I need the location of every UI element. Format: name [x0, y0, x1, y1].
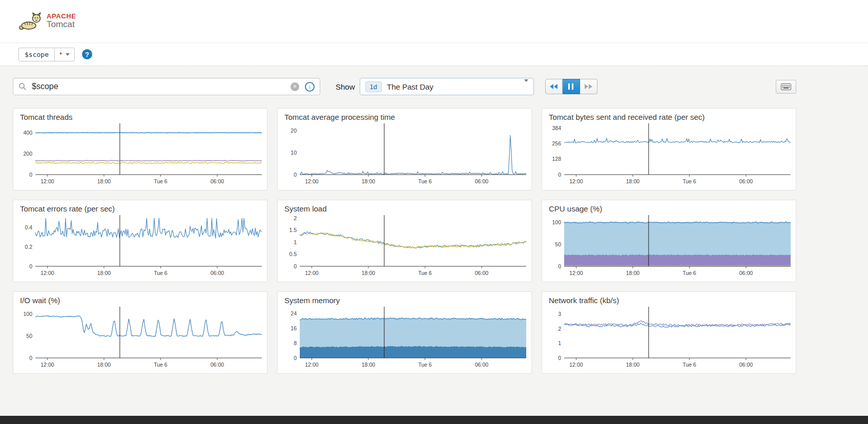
- chart-plot[interactable]: 05010012:0018:00Tue 606:00: [20, 305, 265, 372]
- rewind-icon: [554, 84, 557, 89]
- y-tick-label: 256: [552, 140, 561, 146]
- brand-text: APACHE Tomcat: [47, 13, 76, 30]
- show-label: Show: [336, 82, 355, 91]
- pause-icon: [572, 83, 573, 90]
- y-tick-label: 400: [23, 130, 32, 136]
- y-tick-label: 200: [23, 151, 32, 157]
- x-tick-label: 06:00: [211, 362, 224, 368]
- scope-variable-select[interactable]: $scope *: [18, 48, 75, 61]
- rewind-button[interactable]: [545, 79, 563, 94]
- x-tick-label: 18:00: [362, 270, 375, 276]
- chart-title: Tomcat bytes sent and received rate (per…: [549, 113, 796, 121]
- chart-plot[interactable]: 012312:0018:00Tue 606:00: [549, 305, 794, 372]
- scope-variable-name: $scope: [19, 48, 54, 61]
- chart-plot[interactable]: 00.511.5212:0018:00Tue 606:00: [284, 213, 529, 281]
- y-tick-label: 0: [558, 172, 561, 178]
- y-tick-label: 128: [552, 156, 561, 162]
- x-tick-label: 06:00: [211, 178, 224, 184]
- search-box[interactable]: × ↓: [13, 78, 320, 95]
- y-tick-label: 1: [558, 340, 561, 346]
- scope-bar: $scope * ?: [0, 43, 868, 66]
- save-graph-icon[interactable]: ↓: [305, 82, 315, 92]
- tomcat-cat-icon: [18, 12, 42, 31]
- chart-plot[interactable]: 020040012:0018:00Tue 606:00: [20, 121, 265, 189]
- charts-grid: Tomcat threads020040012:0018:00Tue 606:0…: [13, 108, 868, 374]
- y-tick-label: 1: [294, 239, 297, 245]
- chart-title: Tomcat average processing time: [284, 113, 531, 121]
- time-range-dropdown[interactable]: 1d The Past Day: [360, 78, 534, 95]
- pause-button[interactable]: [563, 79, 580, 94]
- search-input[interactable]: [31, 81, 291, 92]
- tomcat-logo[interactable]: APACHE Tomcat: [18, 12, 76, 31]
- x-tick-label: Tue 6: [154, 178, 168, 184]
- chart-title: Tomcat threads: [20, 113, 267, 121]
- x-tick-label: Tue 6: [418, 362, 432, 368]
- chart-title: CPU usage (%): [549, 204, 796, 213]
- y-tick-label: 0: [29, 263, 32, 269]
- chart-title: Network traffic (kb/s): [549, 296, 796, 305]
- x-tick-label: 18:00: [626, 362, 639, 368]
- x-tick-label: 18:00: [97, 178, 111, 184]
- y-tick-label: 0: [29, 172, 32, 178]
- x-tick-label: 18:00: [626, 178, 639, 184]
- chart-plot[interactable]: 00.20.412:0018:00Tue 606:00: [20, 213, 265, 281]
- y-tick-label: 0: [558, 263, 561, 269]
- x-tick-label: 12:00: [305, 178, 318, 184]
- search-icon: [18, 82, 27, 91]
- x-tick-label: 12:00: [40, 270, 54, 276]
- x-tick-label: 06:00: [475, 362, 488, 368]
- y-tick-label: 8: [294, 340, 297, 346]
- help-icon[interactable]: ?: [82, 49, 92, 59]
- y-tick-label: 24: [291, 310, 297, 316]
- scope-value-dropdown[interactable]: *: [54, 48, 74, 61]
- x-tick-label: Tue 6: [418, 270, 432, 276]
- chart-plot[interactable]: 08162412:0018:00Tue 606:00: [284, 305, 529, 372]
- y-tick-label: 100: [552, 219, 561, 225]
- chart-card: Tomcat errors rate (per sec)00.20.412:00…: [13, 200, 267, 282]
- x-tick-label: 06:00: [739, 178, 753, 184]
- chart-title: System load: [284, 204, 531, 213]
- chart-plot[interactable]: 05010012:0018:00Tue 606:00: [549, 213, 794, 281]
- keyboard-shortcuts-button[interactable]: [776, 80, 796, 94]
- y-tick-label: 50: [26, 333, 32, 339]
- y-tick-label: 20: [291, 128, 297, 134]
- chart-plot[interactable]: 0102012:0018:00Tue 606:00: [284, 121, 529, 189]
- chart-plot[interactable]: 012825638412:0018:00Tue 606:00: [549, 121, 794, 189]
- x-tick-label: 06:00: [739, 362, 753, 368]
- chart-card: System memory08162412:0018:00Tue 606:00: [277, 291, 532, 374]
- y-tick-label: 2: [294, 215, 297, 221]
- y-tick-label: 16: [291, 325, 297, 331]
- x-tick-label: Tue 6: [683, 270, 696, 276]
- pause-icon: [568, 83, 570, 90]
- range-label: The Past Day: [387, 82, 433, 91]
- top-header: APACHE Tomcat: [0, 0, 868, 43]
- forward-icon: [585, 84, 588, 89]
- x-tick-label: 06:00: [475, 178, 488, 184]
- chart-card: Tomcat bytes sent and received rate (per…: [542, 108, 796, 190]
- forward-button[interactable]: [580, 79, 597, 94]
- clear-search-icon[interactable]: ×: [291, 82, 299, 91]
- y-tick-label: 0: [294, 172, 297, 178]
- x-tick-label: 12:00: [569, 362, 583, 368]
- controls-bar: × ↓ Show 1d The Past Day: [13, 77, 796, 96]
- keyboard-icon: [781, 83, 791, 90]
- x-tick-label: 12:00: [305, 362, 318, 368]
- x-tick-label: 18:00: [97, 270, 111, 276]
- range-badge: 1d: [365, 81, 382, 92]
- chart-card: I/O wait (%)05010012:0018:00Tue 606:00: [13, 291, 267, 374]
- playback-controls: [545, 79, 597, 94]
- chevron-down-icon: [66, 53, 70, 56]
- scope-value: *: [59, 51, 62, 58]
- x-tick-label: 18:00: [97, 362, 111, 368]
- x-tick-label: Tue 6: [418, 178, 432, 184]
- x-tick-label: 06:00: [739, 270, 753, 276]
- rewind-icon: [550, 84, 553, 89]
- y-tick-label: 10: [291, 150, 297, 156]
- x-tick-label: Tue 6: [154, 270, 168, 276]
- chart-card: System load00.511.5212:0018:00Tue 606:00: [277, 200, 532, 282]
- x-tick-label: 12:00: [569, 178, 583, 184]
- y-tick-label: 0: [294, 263, 297, 269]
- y-tick-label: 1.5: [289, 227, 297, 233]
- brand-apache: APACHE: [47, 13, 76, 20]
- x-tick-label: Tue 6: [683, 178, 696, 184]
